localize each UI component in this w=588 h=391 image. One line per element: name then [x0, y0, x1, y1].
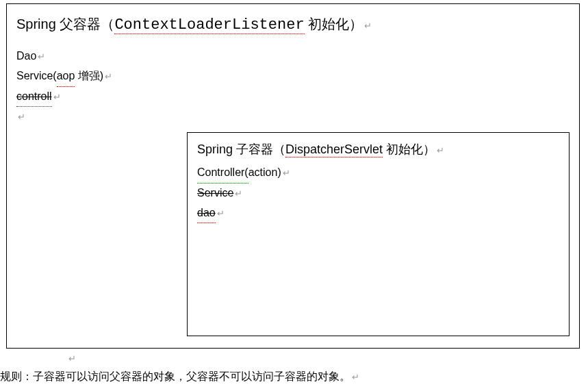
controller-text-a: Controller( — [197, 163, 248, 184]
child-line-controller: Controller(action)↵ — [197, 163, 559, 184]
return-mark-icon: ↵ — [53, 92, 61, 102]
child-dao-text: dao — [197, 203, 216, 224]
child-title-class: DispatcherServlet — [285, 142, 383, 157]
child-title-suffix: 初始化） — [383, 142, 435, 156]
return-mark-icon: ↵ — [283, 168, 290, 178]
child-container-box: Spring 子容器（DispatcherServlet 初始化）↵ Contr… — [187, 132, 570, 336]
rule-text: 规则：子容器可以访问父容器的对象，父容器不可以访问子容器的对象。 — [0, 370, 350, 382]
parent-title: Spring 父容器（ContextLoaderListener 初始化）↵ — [16, 15, 570, 34]
child-line-dao: dao↵ — [197, 203, 559, 224]
child-service-text: Service — [197, 187, 233, 199]
return-mark-icon: ↵ — [217, 208, 225, 218]
access-rule-text: 规则：子容器可以访问父容器的对象，父容器不可以访问子容器的对象。↵ — [0, 370, 359, 384]
parent-line-controll: controll↵ — [16, 87, 570, 108]
dao-text: Dao — [16, 50, 36, 62]
return-mark-icon: ↵ — [105, 71, 112, 81]
parent-title-prefix: Spring 父容器（ — [16, 16, 114, 31]
return-mark-icon: ↵ — [235, 188, 242, 199]
return-mark-icon: ↵ — [437, 145, 444, 155]
controller-text-b: action) — [248, 166, 281, 178]
parent-title-class: ContextLoaderListener — [114, 16, 304, 34]
service-text-c: 增强) — [75, 70, 103, 81]
parent-empty-line: ↵ — [16, 107, 570, 127]
return-mark-icon: ↵ — [18, 112, 25, 122]
child-line-service: Service↵ — [197, 184, 559, 203]
child-title: Spring 子容器（DispatcherServlet 初始化）↵ — [197, 141, 559, 157]
service-text-a: Service( — [16, 70, 57, 81]
controll-text: controll — [16, 87, 52, 108]
parent-title-suffix: 初始化） — [305, 16, 363, 31]
return-mark-icon: ↵ — [352, 372, 359, 382]
parent-line-dao: Dao↵ — [16, 47, 570, 66]
service-text-aop: aop — [57, 66, 75, 87]
child-title-prefix: Spring 子容器（ — [197, 142, 285, 156]
parent-line-service: Service(aop 增强)↵ — [16, 66, 570, 87]
return-mark-icon: ↵ — [38, 51, 45, 62]
return-mark-icon: ↵ — [364, 21, 372, 31]
return-mark-icon: ↵ — [68, 353, 76, 364]
